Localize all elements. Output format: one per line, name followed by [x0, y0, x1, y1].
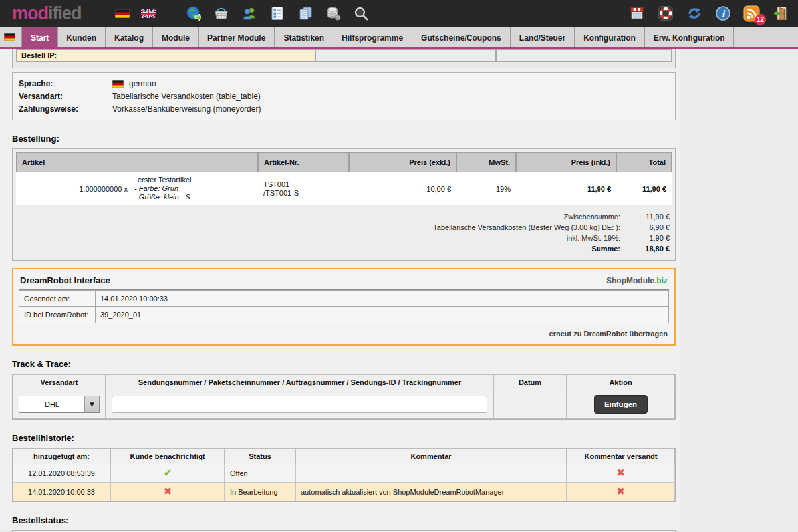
resend-dreamrobot-link[interactable]: erneut zu DreamRobot übertragen — [19, 330, 669, 338]
summary-value: 18,80 € — [620, 243, 670, 254]
logo-prefix: mod — [12, 3, 48, 23]
right-gutter — [680, 49, 798, 530]
history-comment: automatisch aktualisiert von ShopModuleD… — [295, 483, 567, 501]
help-lifebuoy-icon[interactable] — [657, 5, 674, 22]
sync-icon[interactable] — [686, 5, 703, 22]
tab-land-steuer[interactable]: Land/Steuer — [511, 27, 575, 47]
history-comment-sent: ✖ — [567, 483, 675, 501]
summary-label: Summe: — [592, 243, 620, 254]
tab-statistiken[interactable]: Statistiken — [275, 27, 333, 47]
search-icon[interactable] — [352, 5, 370, 22]
history-table: hinzugefügt am: Kunde benachrichtigt Sta… — [12, 448, 676, 502]
german-flag-icon[interactable] — [114, 5, 131, 22]
payment-value: Vorkasse/Banküberweisung (moneyorder) — [112, 103, 261, 116]
tracking-number-input[interactable] — [112, 396, 487, 413]
order-ip-label: Bestell IP: — [16, 49, 315, 62]
col-status: Status — [225, 448, 295, 464]
history-date: 14.01.2020 10:00:33 — [13, 483, 110, 501]
chevron-down-icon: ▼ — [84, 396, 99, 412]
history-rows: 12.01.2020 08:53:39✔Offen✖14.01.2020 10:… — [13, 464, 675, 501]
brand-tld: .biz — [654, 276, 668, 285]
articles-books-icon[interactable] — [297, 5, 314, 22]
item-sku-2: /TST001-S — [263, 189, 299, 198]
info-row-language: Sprache: german — [13, 78, 675, 90]
col-mwst: MwSt. — [456, 152, 516, 172]
order-heading: Bestellung: — [12, 134, 680, 144]
app-logo[interactable]: modified — [12, 5, 82, 23]
topbar-right-tools: i 12 — [628, 5, 789, 22]
tab-gutscheine-coupons[interactable]: Gutscheine/Coupons — [412, 27, 511, 47]
order-ip-cell-3 — [496, 49, 672, 62]
info-row-payment: Zahlungsweise: Vorkasse/Banküberweisung … — [13, 103, 675, 116]
order-summary: Zwischensumme:11,90 €Tabellarische Versa… — [16, 205, 672, 257]
nav-tabs: StartKundenKatalogModulePartner ModuleSt… — [21, 27, 734, 47]
summary-label: inkl. MwSt. 19%: — [567, 233, 620, 243]
language-label: Sprache: — [13, 78, 112, 90]
track-trace-table: Versandart Sendungsnummer / Paketscheinn… — [12, 374, 676, 420]
check-icon: ✔ — [164, 468, 172, 478]
shipping-value: Tabellarische Versandkosten (table_table… — [112, 90, 261, 103]
language-value: german — [112, 78, 156, 90]
page-body: Bestell IP: Sprache: german Versandart: … — [0, 49, 798, 530]
history-header: hinzugefügt am: Kunde benachrichtigt Sta… — [13, 448, 675, 464]
tab-erw-konfiguration[interactable]: Erw. Konfiguration — [645, 27, 734, 47]
datum-cell — [493, 390, 567, 419]
history-row: 12.01.2020 08:53:39✔Offen✖ — [13, 464, 675, 483]
tab-kunden[interactable]: Kunden — [58, 27, 106, 47]
shipping-label: Versandart: — [13, 90, 112, 103]
item-quantity: 1.000000000 x — [16, 185, 128, 193]
item-price-incl: 11,90 € — [516, 172, 616, 205]
summary-value: 1,90 € — [620, 233, 670, 243]
item-total: 11,90 € — [616, 172, 672, 205]
database-icon[interactable] — [325, 5, 342, 22]
history-comment — [295, 464, 567, 483]
payment-label: Zahlungsweise: — [13, 103, 112, 116]
carrier-select[interactable]: DHL ▼ — [19, 396, 100, 413]
tab-hilfsprogramme[interactable]: Hilfsprogramme — [333, 27, 412, 47]
tab-module[interactable]: Module — [153, 27, 199, 47]
info-row-shipping: Versandart: Tabellarische Versandkosten … — [13, 90, 675, 103]
item-name-block: erster Testartikel - Farbe: Grün - Größe… — [134, 176, 192, 201]
shop-store-icon[interactable] — [628, 5, 646, 22]
order-info-section: Sprache: german Versandart: Tabellarisch… — [12, 72, 676, 120]
categories-list-icon[interactable] — [269, 5, 286, 22]
col-total: Total — [616, 152, 672, 172]
track-trace-input-row: DHL ▼ Einfügen — [13, 390, 675, 419]
customers-icon[interactable] — [241, 5, 258, 22]
tab-partner-module[interactable]: Partner Module — [199, 27, 275, 47]
uk-flag-icon[interactable] — [140, 5, 157, 22]
cross-icon: ✖ — [164, 487, 172, 497]
col-customer-notified: Kunde benachrichtigt — [110, 448, 225, 464]
dreamrobot-id-label: ID bei DreamRobot: — [19, 307, 96, 323]
summary-label: Zwischensumme: — [563, 211, 620, 222]
order-item-row: 1.000000000 x erster Testartikel - Farbe… — [16, 172, 672, 205]
carrier-select-value: DHL — [19, 396, 84, 412]
info-icon[interactable]: i — [714, 5, 732, 22]
order-summary-line: inkl. MwSt. 19%:1,90 € — [18, 233, 670, 243]
order-table-header: Artikel Artikel-Nr. Preis (exkl.) MwSt. … — [16, 152, 672, 172]
history-notified: ✔ — [110, 464, 225, 483]
item-name: erster Testartikel — [134, 176, 192, 184]
german-flag-icon — [112, 80, 124, 88]
summary-label: Tabellarische Versandkosten (Bester Weg … — [433, 222, 620, 233]
dreamrobot-row-id: ID bei DreamRobot: 39_2020_01 — [19, 307, 669, 323]
tab-start[interactable]: Start — [21, 27, 58, 47]
cross-icon: ✖ — [616, 487, 625, 497]
dreamrobot-title: DreamRobot Interface — [20, 275, 110, 285]
order-summary-line: Summe:18,80 € — [18, 243, 670, 254]
shop-frontend-globe-icon[interactable] — [185, 5, 202, 22]
tab-konfiguration[interactable]: Konfiguration — [575, 27, 645, 47]
dreamrobot-section: DreamRobot Interface ShopModule.biz Gese… — [12, 268, 676, 346]
tab-katalog[interactable]: Katalog — [106, 27, 153, 47]
item-price-excl: 10,00 € — [349, 172, 456, 205]
col-preis-inkl: Preis (inkl.) — [516, 152, 616, 172]
shopmodule-brand-link[interactable]: ShopModule.biz — [606, 276, 668, 285]
carrier-cell: DHL ▼ — [13, 390, 106, 419]
orders-basket-icon[interactable] — [213, 5, 230, 22]
insert-button[interactable]: Einfügen — [594, 395, 648, 414]
history-notified: ✖ — [110, 483, 225, 501]
logout-door-icon[interactable] — [771, 5, 789, 22]
nav-german-flag-icon[interactable] — [0, 27, 21, 47]
rss-feed-icon[interactable]: 12 — [743, 5, 760, 22]
aktion-cell: Einfügen — [567, 390, 675, 419]
